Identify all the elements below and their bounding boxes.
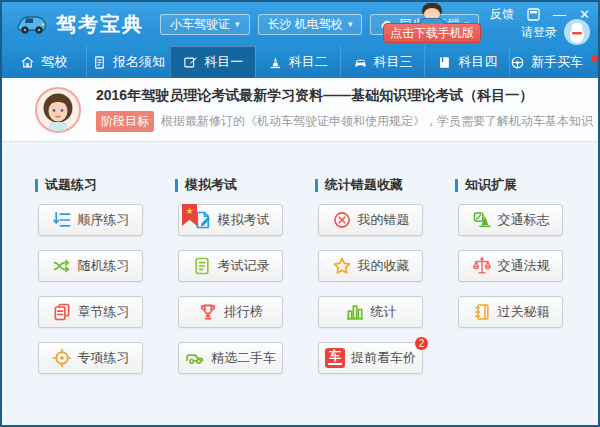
login-link[interactable]: 请登录 bbox=[521, 24, 557, 41]
random-practice-button[interactable]: 随机练习 bbox=[38, 250, 143, 282]
section-accent-bar bbox=[175, 179, 178, 192]
teacher-avatar bbox=[35, 87, 81, 133]
tab-label: 驾校 bbox=[41, 53, 67, 71]
school-label: 长沙 机电驾校 bbox=[268, 16, 343, 33]
circle-x-icon bbox=[332, 210, 352, 230]
record-doc-icon bbox=[192, 256, 212, 276]
feature-grid: 试题练习 顺序练习 随机练习 章节练习 bbox=[2, 142, 598, 425]
qq-penguin-avatar[interactable] bbox=[564, 19, 590, 45]
license-type-label: 小车驾驶证 bbox=[170, 16, 230, 33]
button-label: 随机练习 bbox=[78, 257, 130, 275]
section-accent-bar bbox=[315, 179, 318, 192]
notification-count-badge: 2 bbox=[414, 336, 429, 351]
banner-title: 2016年驾驶员理论考试最新学习资料——基础知识理论考试（科目一） bbox=[96, 87, 600, 105]
leaderboard-button[interactable]: 排行榜 bbox=[178, 296, 283, 328]
section-title: 统计错题收藏 bbox=[325, 176, 403, 194]
exam-record-button[interactable]: 考试记录 bbox=[178, 250, 283, 282]
button-label: 专项练习 bbox=[78, 349, 130, 367]
ordered-list-icon bbox=[52, 210, 72, 230]
secret-book-icon bbox=[472, 302, 492, 322]
license-type-dropdown[interactable]: 小车驾驶证 ▾ bbox=[160, 14, 250, 35]
button-label: 排行榜 bbox=[224, 303, 263, 321]
download-promo: 点击下载手机版 bbox=[383, 2, 481, 46]
bar-chart-icon bbox=[345, 302, 365, 322]
tab-label: 新手买车 bbox=[531, 53, 583, 71]
button-label: 模拟考试 bbox=[218, 211, 270, 229]
chapter-practice-button[interactable]: 章节练习 bbox=[38, 296, 143, 328]
tab-kemu1-active[interactable]: 科目一 bbox=[170, 46, 255, 78]
app-logo-car-icon bbox=[16, 12, 48, 36]
used-cars-button[interactable]: 精选二手车 bbox=[178, 342, 283, 374]
banner-description: 根据最新修订的《机动车驾驶证申领和使用规定》，学员需要了解机动车基本知识，掌握道… bbox=[161, 113, 600, 130]
steering-wheel-icon bbox=[510, 55, 525, 70]
tab-label: 报名须知 bbox=[113, 53, 165, 71]
section-accent-bar bbox=[455, 179, 458, 192]
notification-red-dot bbox=[591, 55, 598, 62]
button-label: 考试记录 bbox=[218, 257, 270, 275]
traffic-laws-button[interactable]: 交通法规 bbox=[458, 250, 563, 282]
button-label: 我的错题 bbox=[358, 211, 410, 229]
section-accent-bar bbox=[35, 179, 38, 192]
document-icon bbox=[92, 55, 107, 70]
school-dropdown[interactable]: 长沙 机电驾校 ▾ bbox=[258, 14, 363, 35]
section-mock-exam: 模拟考试 ★ 模拟考试 考试记录 bbox=[178, 176, 283, 425]
section-title: 试题练习 bbox=[45, 176, 97, 194]
traffic-cone-icon bbox=[268, 55, 283, 70]
car-icon bbox=[353, 55, 368, 70]
login-area: 请登录 bbox=[521, 19, 590, 45]
traffic-signs-button[interactable]: 交通标志 bbox=[458, 204, 563, 236]
book-icon bbox=[437, 55, 452, 70]
tab-label: 科目一 bbox=[204, 53, 243, 71]
section-title: 模拟考试 bbox=[185, 176, 237, 194]
course-banner: 2016年驾驶员理论考试最新学习资料——基础知识理论考试（科目一） 阶段目标 根… bbox=[2, 78, 598, 142]
copy-pages-icon bbox=[52, 302, 72, 322]
car-price-icon: 车 bbox=[325, 348, 345, 368]
chevron-down-icon: ▾ bbox=[348, 19, 353, 29]
title-bar: 驾考宝典 小车驾驶证 ▾ 长沙 机电驾校 ▾ 同步到云端 ▾ bbox=[2, 2, 598, 46]
my-favorites-button[interactable]: 我的收藏 bbox=[318, 250, 423, 282]
main-nav: 驾校 报名须知 科目一 科目二 科目三 bbox=[2, 46, 598, 78]
chevron-down-icon: ▾ bbox=[235, 19, 240, 29]
shuffle-icon bbox=[52, 256, 72, 276]
download-mobile-button[interactable]: 点击下载手机版 bbox=[383, 23, 481, 43]
tab-kemu2[interactable]: 科目二 bbox=[255, 46, 340, 78]
statistics-button[interactable]: 统计 bbox=[318, 296, 423, 328]
button-label: 交通标志 bbox=[498, 211, 550, 229]
banner-text: 2016年驾驶员理论考试最新学习资料——基础知识理论考试（科目一） 阶段目标 根… bbox=[96, 87, 600, 132]
exam-secrets-button[interactable]: 过关秘籍 bbox=[458, 296, 563, 328]
tab-kemu4[interactable]: 科目四 bbox=[424, 46, 509, 78]
my-mistakes-button[interactable]: 我的错题 bbox=[318, 204, 423, 236]
stage-goal-badge: 阶段目标 bbox=[96, 111, 154, 132]
button-label: 统计 bbox=[371, 303, 397, 321]
tab-label: 科目四 bbox=[458, 53, 497, 71]
section-stats-favorites: 统计错题收藏 我的错题 我的收藏 统计 2 车 bbox=[318, 176, 423, 425]
special-practice-button[interactable]: 专项练习 bbox=[38, 342, 143, 374]
button-label: 章节练习 bbox=[78, 303, 130, 321]
star-outline-icon bbox=[332, 256, 352, 276]
target-icon bbox=[52, 348, 72, 368]
tab-kemu3[interactable]: 科目三 bbox=[340, 46, 425, 78]
section-knowledge: 知识扩展 交通标志 交通法规 bbox=[458, 176, 563, 425]
button-label: 精选二手车 bbox=[211, 349, 276, 367]
button-label: 我的收藏 bbox=[358, 257, 410, 275]
feedback-link[interactable]: 反馈 bbox=[490, 6, 514, 23]
truck-icon bbox=[185, 348, 205, 368]
ordered-practice-button[interactable]: 顺序练习 bbox=[38, 204, 143, 236]
tab-baoming-xuzhi[interactable]: 报名须知 bbox=[86, 46, 171, 78]
tab-xinshou-maiche[interactable]: 新手买车 bbox=[509, 46, 598, 78]
app-window: 驾考宝典 小车驾驶证 ▾ 长沙 机电驾校 ▾ 同步到云端 ▾ bbox=[0, 0, 600, 427]
tab-jiaxiao[interactable]: 驾校 bbox=[2, 46, 86, 78]
car-prices-button[interactable]: 2 车 提前看车价 bbox=[318, 342, 423, 374]
trophy-icon bbox=[198, 302, 218, 322]
tab-label: 科目二 bbox=[289, 53, 328, 71]
edit-icon bbox=[183, 55, 198, 70]
tab-label: 科目三 bbox=[374, 53, 413, 71]
button-label: 交通法规 bbox=[498, 257, 550, 275]
mock-exam-button[interactable]: ★ 模拟考试 bbox=[178, 204, 283, 236]
section-practice: 试题练习 顺序练习 随机练习 章节练习 bbox=[38, 176, 143, 425]
scales-icon bbox=[472, 256, 492, 276]
section-title: 知识扩展 bbox=[465, 176, 517, 194]
app-title: 驾考宝典 bbox=[56, 11, 144, 38]
featured-ribbon-star-icon: ★ bbox=[182, 204, 197, 226]
boy-mascot-avatar bbox=[415, 3, 449, 24]
